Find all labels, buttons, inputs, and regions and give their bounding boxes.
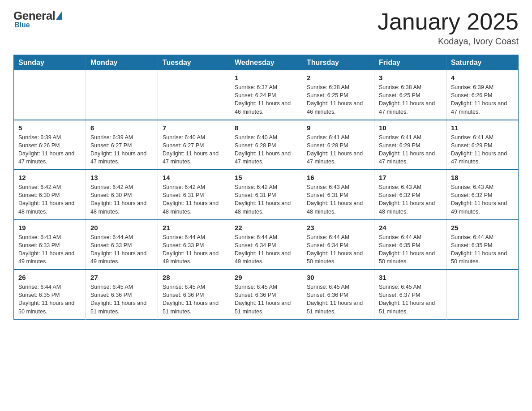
day-number: 7 [163,124,225,132]
calendar-cell [446,270,519,319]
day-info: Sunrise: 6:43 AMSunset: 6:32 PMDaylight:… [379,183,442,216]
logo-triangle-icon [56,11,62,20]
calendar-cell: 4Sunrise: 6:39 AMSunset: 6:26 PMDaylight… [446,70,519,120]
calendar-cell: 16Sunrise: 6:43 AMSunset: 6:31 PMDayligh… [302,170,374,220]
day-number: 17 [379,174,442,181]
day-number: 19 [18,224,81,231]
day-number: 14 [163,174,225,181]
day-info: Sunrise: 6:38 AMSunset: 6:25 PMDaylight:… [307,83,369,116]
calendar-cell: 1Sunrise: 6:37 AMSunset: 6:24 PMDaylight… [230,70,302,120]
day-info: Sunrise: 6:45 AMSunset: 6:37 PMDaylight:… [379,283,442,316]
calendar-cell: 9Sunrise: 6:41 AMSunset: 6:28 PMDaylight… [302,120,374,170]
day-info: Sunrise: 6:41 AMSunset: 6:29 PMDaylight:… [379,133,442,166]
weekday-header-tuesday: Tuesday [158,55,230,71]
location-subtitle: Kodaya, Ivory Coast [378,36,519,47]
weekday-header-row: SundayMondayTuesdayWednesdayThursdayFrid… [14,55,519,71]
day-info: Sunrise: 6:39 AMSunset: 6:26 PMDaylight:… [18,133,81,166]
calendar-cell: 8Sunrise: 6:40 AMSunset: 6:28 PMDaylight… [230,120,302,170]
day-info: Sunrise: 6:43 AMSunset: 6:33 PMDaylight:… [18,233,81,266]
day-info: Sunrise: 6:44 AMSunset: 6:33 PMDaylight:… [163,233,225,266]
page-header: General Blue January 2025 Kodaya, Ivory … [13,9,519,47]
calendar-cell: 5Sunrise: 6:39 AMSunset: 6:26 PMDaylight… [14,120,86,170]
day-number: 12 [18,174,81,181]
weekday-header-monday: Monday [86,55,158,71]
calendar-cell: 11Sunrise: 6:41 AMSunset: 6:29 PMDayligh… [446,120,519,170]
day-info: Sunrise: 6:42 AMSunset: 6:31 PMDaylight:… [163,183,225,216]
day-number: 16 [307,174,369,181]
calendar-cell: 2Sunrise: 6:38 AMSunset: 6:25 PMDaylight… [302,70,374,120]
calendar-cell: 10Sunrise: 6:41 AMSunset: 6:29 PMDayligh… [374,120,446,170]
calendar-cell: 24Sunrise: 6:44 AMSunset: 6:35 PMDayligh… [374,220,446,270]
calendar-cell: 15Sunrise: 6:42 AMSunset: 6:31 PMDayligh… [230,170,302,220]
day-info: Sunrise: 6:45 AMSunset: 6:36 PMDaylight:… [90,283,153,316]
day-info: Sunrise: 6:43 AMSunset: 6:32 PMDaylight:… [451,183,514,216]
calendar-week-row: 26Sunrise: 6:44 AMSunset: 6:35 PMDayligh… [14,270,519,319]
calendar-cell: 31Sunrise: 6:45 AMSunset: 6:37 PMDayligh… [374,270,446,319]
weekday-header-thursday: Thursday [302,55,374,71]
calendar-week-row: 12Sunrise: 6:42 AMSunset: 6:30 PMDayligh… [14,170,519,220]
day-number: 10 [379,124,442,132]
day-number: 20 [90,224,153,231]
calendar-cell [86,70,158,120]
day-number: 6 [90,124,153,132]
weekday-header-sunday: Sunday [14,55,86,71]
calendar-cell: 22Sunrise: 6:44 AMSunset: 6:34 PMDayligh… [230,220,302,270]
day-info: Sunrise: 6:42 AMSunset: 6:31 PMDaylight:… [235,183,297,216]
weekday-header-friday: Friday [374,55,446,71]
calendar-cell [14,70,86,120]
day-info: Sunrise: 6:45 AMSunset: 6:36 PMDaylight:… [163,283,225,316]
calendar-cell: 7Sunrise: 6:40 AMSunset: 6:27 PMDaylight… [158,120,230,170]
day-info: Sunrise: 6:44 AMSunset: 6:33 PMDaylight:… [90,233,153,266]
logo: General Blue [13,9,62,29]
calendar-cell: 20Sunrise: 6:44 AMSunset: 6:33 PMDayligh… [86,220,158,270]
day-number: 23 [307,224,369,231]
calendar-cell: 21Sunrise: 6:44 AMSunset: 6:33 PMDayligh… [158,220,230,270]
day-number: 22 [235,224,297,231]
calendar-cell: 12Sunrise: 6:42 AMSunset: 6:30 PMDayligh… [14,170,86,220]
day-info: Sunrise: 6:40 AMSunset: 6:27 PMDaylight:… [163,133,225,166]
calendar-cell: 13Sunrise: 6:42 AMSunset: 6:30 PMDayligh… [86,170,158,220]
day-info: Sunrise: 6:45 AMSunset: 6:36 PMDaylight:… [307,283,369,316]
day-number: 24 [379,224,442,231]
day-number: 13 [90,174,153,181]
calendar-cell: 28Sunrise: 6:45 AMSunset: 6:36 PMDayligh… [158,270,230,319]
day-number: 4 [451,74,514,81]
day-number: 21 [163,224,225,231]
day-info: Sunrise: 6:40 AMSunset: 6:28 PMDaylight:… [235,133,297,166]
day-number: 15 [235,174,297,181]
day-info: Sunrise: 6:42 AMSunset: 6:30 PMDaylight:… [90,183,153,216]
day-info: Sunrise: 6:41 AMSunset: 6:28 PMDaylight:… [307,133,369,166]
calendar-cell: 17Sunrise: 6:43 AMSunset: 6:32 PMDayligh… [374,170,446,220]
calendar-cell: 18Sunrise: 6:43 AMSunset: 6:32 PMDayligh… [446,170,519,220]
month-title: January 2025 [378,9,519,34]
day-info: Sunrise: 6:42 AMSunset: 6:30 PMDaylight:… [18,183,81,216]
day-number: 5 [18,124,81,132]
calendar-cell: 30Sunrise: 6:45 AMSunset: 6:36 PMDayligh… [302,270,374,319]
day-info: Sunrise: 6:44 AMSunset: 6:35 PMDaylight:… [379,233,442,266]
day-number: 25 [451,224,514,231]
calendar-cell: 26Sunrise: 6:44 AMSunset: 6:35 PMDayligh… [14,270,86,319]
day-number: 28 [163,274,225,281]
calendar-week-row: 19Sunrise: 6:43 AMSunset: 6:33 PMDayligh… [14,220,519,270]
logo-blue-text: Blue [14,21,30,29]
calendar-cell: 29Sunrise: 6:45 AMSunset: 6:36 PMDayligh… [230,270,302,319]
day-info: Sunrise: 6:44 AMSunset: 6:35 PMDaylight:… [451,233,514,266]
calendar-table: SundayMondayTuesdayWednesdayThursdayFrid… [13,55,519,320]
day-info: Sunrise: 6:39 AMSunset: 6:26 PMDaylight:… [451,83,514,116]
title-area: January 2025 Kodaya, Ivory Coast [378,9,519,47]
day-info: Sunrise: 6:44 AMSunset: 6:34 PMDaylight:… [307,233,369,266]
calendar-cell: 23Sunrise: 6:44 AMSunset: 6:34 PMDayligh… [302,220,374,270]
day-number: 9 [307,124,369,132]
calendar-cell: 6Sunrise: 6:39 AMSunset: 6:27 PMDaylight… [86,120,158,170]
day-number: 1 [235,74,297,81]
day-number: 27 [90,274,153,281]
weekday-header-saturday: Saturday [446,55,519,71]
day-number: 2 [307,74,369,81]
day-info: Sunrise: 6:44 AMSunset: 6:34 PMDaylight:… [235,233,297,266]
day-number: 11 [451,124,514,132]
day-number: 8 [235,124,297,132]
day-info: Sunrise: 6:43 AMSunset: 6:31 PMDaylight:… [307,183,369,216]
day-number: 30 [307,274,369,281]
day-info: Sunrise: 6:38 AMSunset: 6:25 PMDaylight:… [379,83,442,116]
calendar-cell: 3Sunrise: 6:38 AMSunset: 6:25 PMDaylight… [374,70,446,120]
